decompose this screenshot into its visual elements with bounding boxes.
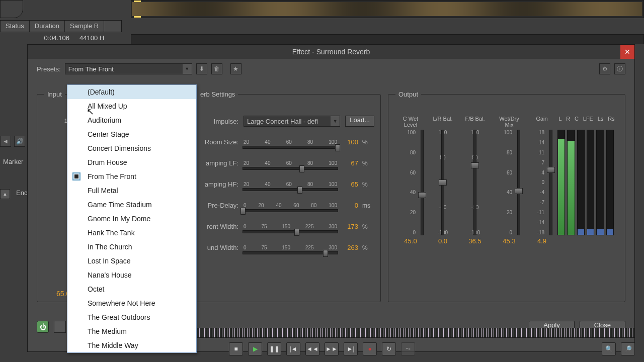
corner-decoration xyxy=(0,0,23,18)
enc-label: Enc xyxy=(16,189,27,197)
meter-R xyxy=(567,130,575,235)
dialog-title: Effect - Surround Reverb xyxy=(292,48,370,56)
reverb-value: 263 xyxy=(342,244,358,251)
skip-selection-button[interactable]: ⤳ xyxy=(401,342,415,355)
preset-option[interactable]: Concert Dimensions xyxy=(67,141,196,155)
reverb-slider[interactable]: 075150225300 xyxy=(243,245,338,254)
output-panel-title: Output xyxy=(395,90,421,98)
settings-icon[interactable]: ⚙ xyxy=(599,63,610,74)
output-fader[interactable]: 100500-50-100 xyxy=(427,130,459,235)
reverb-value: 173 xyxy=(342,223,358,230)
expand-arrow-icon[interactable]: ▲ xyxy=(0,189,10,199)
output-col-header: Gain xyxy=(527,116,556,128)
reverb-row-2: amping HF:2040608010065% xyxy=(196,174,374,191)
reverb-slider[interactable]: 20406080100 xyxy=(243,182,338,191)
reverb-value: 100 xyxy=(342,138,358,146)
reverb-slider[interactable]: 075150225300 xyxy=(243,224,338,233)
speaker-icon[interactable]: 🔊 xyxy=(14,136,25,147)
meter-LFE xyxy=(587,130,594,235)
clip-info-header: Status Duration Sample R xyxy=(0,20,122,32)
preview-button[interactable] xyxy=(54,321,66,333)
input-panel-title: Input xyxy=(44,90,65,98)
pause-button[interactable]: ❚❚ xyxy=(267,342,281,355)
preset-option[interactable]: The Great Outdoors xyxy=(67,310,196,324)
reverb-label: und Width: xyxy=(196,244,238,251)
preset-option[interactable]: In The Church xyxy=(67,240,196,254)
reverb-unit: % xyxy=(362,160,374,167)
status-header: Status xyxy=(1,21,30,32)
reverb-unit: % xyxy=(362,139,374,146)
zoom-out-button[interactable]: 🔎 xyxy=(621,342,635,355)
reverb-unit: % xyxy=(362,223,374,230)
preset-dropdown-list[interactable]: (Default)All Mixed UpAuditoriumCenter St… xyxy=(67,84,197,353)
meter-labels: LRCLFELsRs xyxy=(556,116,617,128)
reverb-value: 0 xyxy=(342,202,358,209)
reverb-row-1: amping LF:2040608010067% xyxy=(196,153,374,170)
impulse-dropdown[interactable]: Large Concert Hall - defi ▼ xyxy=(244,116,340,127)
skip-back-button[interactable]: |◄ xyxy=(286,342,300,355)
loop-button[interactable]: ↻ xyxy=(382,342,396,355)
reverb-unit: % xyxy=(362,181,374,188)
stop-button[interactable]: ■ xyxy=(229,342,243,355)
reverb-label: amping LF: xyxy=(196,159,238,167)
arrow-left-icon[interactable]: ◄ xyxy=(0,136,11,147)
skip-forward-button[interactable]: ►| xyxy=(344,342,358,355)
reverb-slider[interactable]: 20406080100 xyxy=(243,139,338,149)
forward-button[interactable]: ►► xyxy=(325,342,339,355)
save-preset-icon[interactable]: ⬇ xyxy=(196,63,207,74)
preset-option[interactable]: The Middle Way xyxy=(67,338,196,352)
waveform-visual xyxy=(132,2,642,16)
reverb-value: 67 xyxy=(342,159,358,167)
preset-option[interactable]: Full Metal xyxy=(67,184,196,198)
zoom-in-button[interactable]: 🔍 xyxy=(602,342,616,355)
time-ruler[interactable] xyxy=(131,34,644,44)
preset-option[interactable]: Game Time Stadium xyxy=(67,198,196,212)
output-value: 0.0 xyxy=(427,237,459,245)
delete-preset-icon[interactable]: 🗑 xyxy=(211,63,222,74)
preset-option[interactable]: The Medium xyxy=(67,324,196,338)
reverb-unit: % xyxy=(362,244,374,251)
reverb-row-3: Pre-Delay:0204060801000ms xyxy=(196,195,374,212)
left-toolbar: ◄ 🔊 xyxy=(0,136,25,147)
preset-option[interactable]: Lost In Space xyxy=(67,254,196,268)
reverb-row-0: Room Size:20406080100100% xyxy=(196,132,374,149)
timeline-waveform[interactable] xyxy=(131,0,644,18)
reverb-slider[interactable]: 20406080100 xyxy=(243,160,338,170)
preset-option[interactable]: Center Stage xyxy=(67,127,196,141)
close-button[interactable]: ✕ xyxy=(620,45,634,59)
preset-option[interactable]: (Default) xyxy=(67,85,196,99)
preset-option[interactable]: Gnome In My Dome xyxy=(67,212,196,226)
preset-option[interactable]: All Mixed Up xyxy=(67,99,196,113)
reverb-label: ront Width: xyxy=(196,223,238,230)
favorite-icon[interactable]: ★ xyxy=(230,63,242,74)
preset-option[interactable]: Octet xyxy=(67,282,196,296)
preset-option[interactable]: Drum House xyxy=(67,155,196,169)
overview-waveform[interactable] xyxy=(131,328,635,338)
output-meters xyxy=(555,130,616,235)
output-col-header: C WetLevel xyxy=(394,116,427,128)
info-icon[interactable]: ⓘ xyxy=(614,63,625,74)
output-fader[interactable]: 181411740-4-7-11-14-18 xyxy=(523,130,555,235)
power-toggle[interactable]: ⏻ xyxy=(37,321,49,333)
preset-option[interactable]: Auditorium xyxy=(67,113,196,127)
output-col-header: Wet/DryMix xyxy=(491,116,527,128)
preset-option[interactable]: Somewhere Not Here xyxy=(67,296,196,310)
preset-dropdown[interactable]: From The Front ▼ xyxy=(65,63,192,74)
output-fader[interactable]: 100806040200 xyxy=(491,130,523,235)
output-fader[interactable]: 100806040200 xyxy=(394,130,427,235)
output-fader[interactable]: 100500-50-100 xyxy=(459,130,491,235)
chevron-down-icon: ▼ xyxy=(183,64,192,74)
preset-option[interactable]: From The Front xyxy=(67,169,196,184)
rewind-button[interactable]: ◄◄ xyxy=(305,342,319,355)
preset-option[interactable]: Nana's House xyxy=(67,268,196,282)
preset-option[interactable]: Hank The Tank xyxy=(67,226,196,240)
play-button[interactable]: ▶ xyxy=(248,342,262,355)
record-button[interactable]: ● xyxy=(363,342,377,355)
duration-value: 0:04.106 xyxy=(29,34,69,42)
load-button[interactable]: Load... xyxy=(345,116,374,127)
output-col-header: L/R Bal. xyxy=(427,116,459,128)
dialog-title-bar[interactable]: Effect - Surround Reverb ✕ xyxy=(28,45,634,59)
meter-Rs xyxy=(606,130,614,235)
reverb-slider[interactable]: 020406080100 xyxy=(243,203,338,212)
duration-header: Duration xyxy=(30,21,65,32)
